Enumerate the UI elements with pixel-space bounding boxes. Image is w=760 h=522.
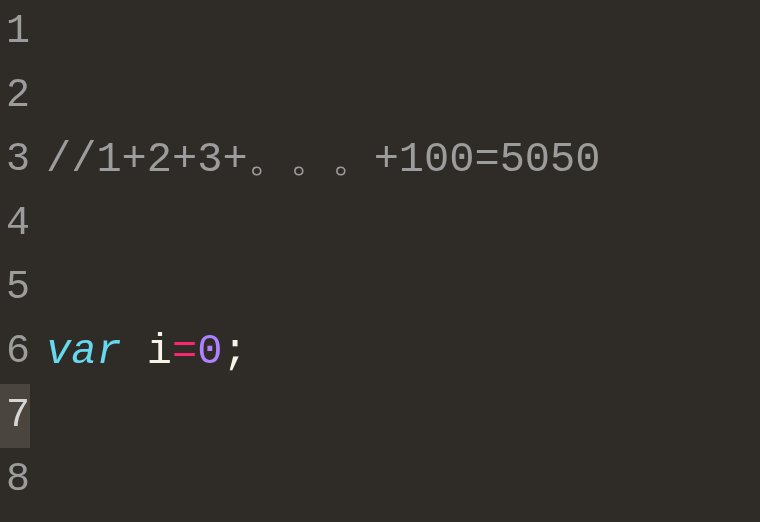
whitespace	[122, 328, 147, 376]
code-area[interactable]: //1+2+3+。。。+100=5050 var i=0; var sum=0;…	[36, 0, 760, 522]
line-number: 7	[0, 384, 30, 448]
line-number-gutter: 1 2 3 4 5 6 7 8	[0, 0, 36, 522]
line-number: 6	[0, 320, 30, 384]
line-number: 5	[0, 256, 30, 320]
punct-token: ;	[223, 328, 248, 376]
line-number: 8	[0, 448, 30, 512]
comment-token: //1+2+3+。。。+100=5050	[46, 136, 600, 184]
code-editor[interactable]: 1 2 3 4 5 6 7 8 //1+2+3+。。。+100=5050 var…	[0, 0, 760, 522]
number-token: 0	[197, 328, 222, 376]
code-line[interactable]: //1+2+3+。。。+100=5050	[46, 128, 760, 192]
code-line[interactable]: var sum=0;	[46, 512, 760, 522]
identifier-token: i	[147, 328, 172, 376]
code-line[interactable]: var i=0;	[46, 320, 760, 384]
operator-token: =	[172, 328, 197, 376]
line-number: 2	[0, 64, 30, 128]
line-number: 4	[0, 192, 30, 256]
keyword-token: var	[46, 328, 122, 376]
line-number: 3	[0, 128, 30, 192]
line-number: 1	[0, 0, 30, 64]
